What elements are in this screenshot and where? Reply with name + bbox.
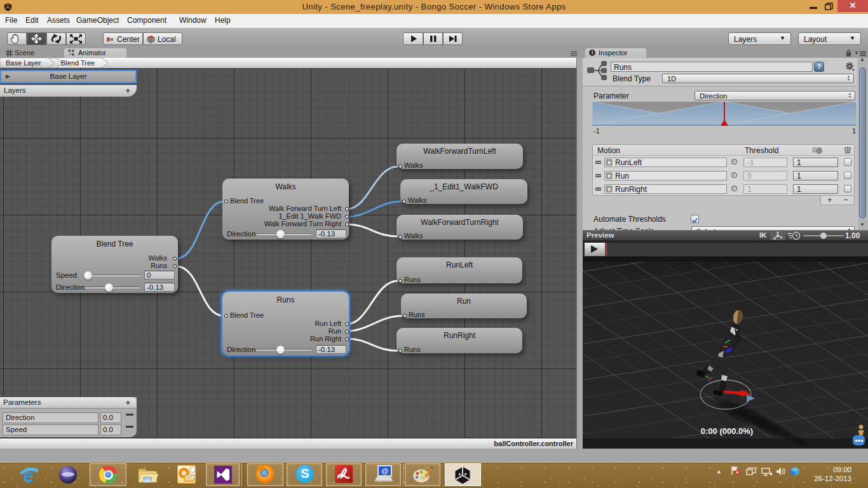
svg-text:0:00 (000.0%): 0:00 (000.0%)	[701, 426, 753, 436]
